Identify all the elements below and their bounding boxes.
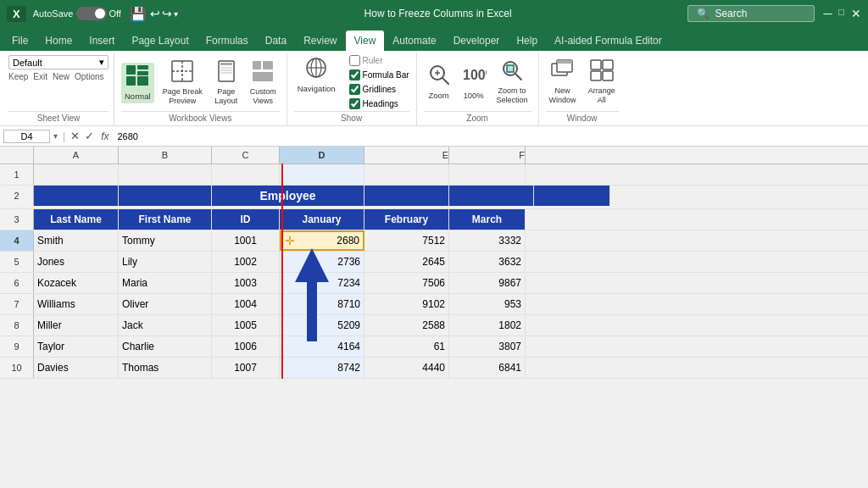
cell-c1[interactable] <box>212 164 280 185</box>
col-header-e[interactable]: E <box>364 147 449 164</box>
cell-e4[interactable]: 7512 <box>364 230 449 251</box>
save-icon[interactable]: 💾 <box>130 6 147 22</box>
redo-icon[interactable]: ↪ <box>162 7 172 20</box>
zoom-button[interactable]: Zoom <box>424 62 454 102</box>
gridlines-checkbox[interactable] <box>349 84 360 95</box>
col-header-d[interactable]: D <box>280 147 364 164</box>
confirm-formula-icon[interactable]: ✓ <box>85 130 94 142</box>
cell-f4[interactable]: 3332 <box>449 230 526 251</box>
cell-a6[interactable]: Kozacek <box>34 273 119 293</box>
normal-view-button[interactable]: Normal <box>121 63 154 103</box>
options-button[interactable]: Options <box>75 72 103 81</box>
cell-f7[interactable]: 953 <box>449 294 526 314</box>
cell-b3[interactable]: First Name <box>119 209 212 230</box>
autosave-toggle[interactable] <box>76 7 107 20</box>
cancel-formula-icon[interactable]: ✕ <box>70 130 80 142</box>
cell-d10[interactable]: 8742 <box>280 358 364 378</box>
cell-b6[interactable]: Maria <box>119 273 212 293</box>
ruler-checkbox-row[interactable]: Ruler <box>349 55 409 66</box>
cell-e9[interactable]: 61 <box>364 336 449 357</box>
tab-automate[interactable]: Automate <box>384 30 444 51</box>
navigation-button[interactable]: Navigation <box>294 55 339 109</box>
cell-c3[interactable]: ID <box>212 209 280 230</box>
new-sheet-view-button[interactable]: New <box>53 72 70 81</box>
keep-button[interactable]: Keep <box>8 72 28 81</box>
col-header-f[interactable]: F <box>449 147 526 164</box>
quick-access-dropdown[interactable]: ▾ <box>174 9 178 19</box>
close-button[interactable]: ✕ <box>851 7 861 20</box>
tab-view[interactable]: View <box>346 30 385 51</box>
formula-bar-checkbox-row[interactable]: Formula Bar <box>349 69 409 80</box>
cell-a5[interactable]: Jones <box>34 252 119 272</box>
sheet-view-dropdown[interactable]: Default▾ <box>8 55 108 69</box>
cell-d4[interactable]: ✛2680 <box>280 230 364 251</box>
cell-d6[interactable]: 7234 <box>280 273 364 293</box>
new-window-button[interactable]: NewWindow <box>546 58 580 107</box>
cell-a2[interactable] <box>34 186 119 206</box>
col-header-b[interactable]: B <box>119 147 212 164</box>
cell-f8[interactable]: 1802 <box>449 315 526 336</box>
undo-icon[interactable]: ↩ <box>150 7 160 20</box>
cell-c6[interactable]: 1003 <box>212 273 280 293</box>
tab-page-layout[interactable]: Page Layout <box>123 30 197 51</box>
cell-f9[interactable]: 3807 <box>449 336 526 357</box>
col-header-c[interactable]: C <box>212 147 280 164</box>
cell-d3[interactable]: January <box>280 209 364 230</box>
tab-data[interactable]: Data <box>257 30 295 51</box>
cell-b1[interactable] <box>119 164 212 185</box>
headings-checkbox-row[interactable]: Headings <box>349 98 409 109</box>
ruler-checkbox[interactable] <box>349 55 360 66</box>
zoom-100-button[interactable]: 100% 100% <box>458 62 490 102</box>
cell-c4[interactable]: 1001 <box>212 230 280 251</box>
cell-c2[interactable]: Employee <box>212 186 364 206</box>
cell-reference-box[interactable] <box>3 130 50 143</box>
cell-d1[interactable] <box>280 164 364 185</box>
tab-ai-formula[interactable]: AI-aided Formula Editor <box>546 30 670 51</box>
cell-d8[interactable]: 5209 <box>280 315 364 336</box>
zoom-to-selection-button[interactable]: Zoom toSelection <box>493 58 531 107</box>
cell-d2[interactable] <box>364 186 449 206</box>
tab-home[interactable]: Home <box>36 30 81 51</box>
cell-b9[interactable]: Charlie <box>119 336 212 357</box>
tab-developer[interactable]: Developer <box>445 30 509 51</box>
cell-e3[interactable]: February <box>364 209 449 230</box>
cell-a3[interactable]: Last Name <box>34 209 119 230</box>
tab-help[interactable]: Help <box>508 30 546 51</box>
page-break-preview-button[interactable]: Page BreakPreview <box>159 58 206 108</box>
cell-e5[interactable]: 2645 <box>364 252 449 272</box>
cell-d7[interactable]: 8710 <box>280 294 364 314</box>
cell-a7[interactable]: Williams <box>34 294 119 314</box>
maximize-button[interactable]: □ <box>838 7 844 20</box>
cell-a1[interactable] <box>34 164 119 185</box>
cell-b8[interactable]: Jack <box>119 315 212 336</box>
tab-formulas[interactable]: Formulas <box>198 30 257 51</box>
cell-f3[interactable]: March <box>449 209 526 230</box>
cell-c5[interactable]: 1002 <box>212 252 280 272</box>
cell-b10[interactable]: Thomas <box>119 358 212 378</box>
arrange-all-button[interactable]: ArrangeAll <box>585 58 619 107</box>
cell-d9[interactable]: 4164 <box>280 336 364 357</box>
formula-input[interactable] <box>114 131 865 141</box>
custom-views-button[interactable]: CustomViews <box>247 58 280 108</box>
cell-a4[interactable]: Smith <box>34 230 119 251</box>
cell-e7[interactable]: 9102 <box>364 294 449 314</box>
cell-b7[interactable]: Oliver <box>119 294 212 314</box>
gridlines-checkbox-row[interactable]: Gridlines <box>349 84 409 95</box>
cell-f2[interactable] <box>534 186 610 206</box>
cell-b2[interactable] <box>119 186 212 206</box>
tab-review[interactable]: Review <box>295 30 345 51</box>
cell-e6[interactable]: 7506 <box>364 273 449 293</box>
minimize-button[interactable]: ─ <box>823 7 832 20</box>
cell-c10[interactable]: 1007 <box>212 358 280 378</box>
cell-e2[interactable] <box>449 186 534 206</box>
cell-f6[interactable]: 9867 <box>449 273 526 293</box>
page-layout-view-button[interactable]: PageLayout <box>211 58 242 108</box>
cell-e1[interactable] <box>364 164 449 185</box>
search-box[interactable]: 🔍 Search <box>687 5 815 22</box>
cell-b4[interactable]: Tommy <box>119 230 212 251</box>
headings-checkbox[interactable] <box>349 98 360 109</box>
cell-c8[interactable]: 1005 <box>212 315 280 336</box>
cell-e10[interactable]: 4440 <box>364 358 449 378</box>
formula-bar-checkbox[interactable] <box>349 69 360 80</box>
cell-d5[interactable]: 2736 <box>280 252 364 272</box>
